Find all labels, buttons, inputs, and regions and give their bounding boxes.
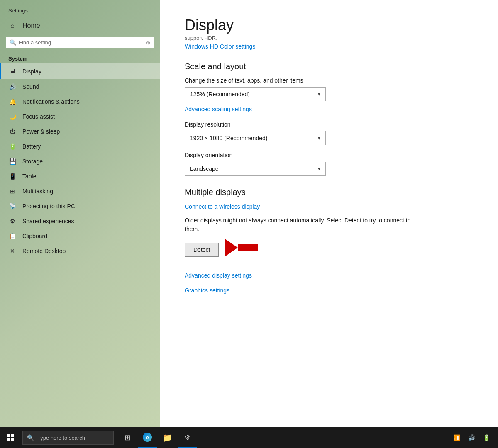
- sidebar-item-sound-label: Sound: [22, 83, 39, 90]
- sidebar-item-clipboard-label: Clipboard: [22, 233, 47, 239]
- home-icon: ⌂: [8, 22, 17, 29]
- sidebar-item-multitasking-label: Multitasking: [22, 188, 53, 195]
- tablet-icon: 📱: [8, 173, 17, 180]
- orientation-chevron-icon: ▾: [318, 166, 320, 172]
- system-label: System: [0, 53, 160, 63]
- page-title: Display: [185, 17, 473, 34]
- main-content: Display support HDR. Windows HD Color se…: [160, 0, 498, 427]
- detect-area: Detect: [185, 239, 473, 257]
- sidebar-item-shared[interactable]: ⚙ Shared experiences: [0, 214, 160, 229]
- resolution-value: 1920 × 1080 (Recommended): [190, 135, 267, 141]
- arrow-shape: [225, 239, 258, 257]
- sidebar-item-power-label: Power & sleep: [22, 128, 60, 135]
- task-view-button[interactable]: ⊞: [118, 427, 137, 448]
- scale-chevron-icon: ▾: [318, 91, 320, 97]
- scale-label: Change the size of text, apps, and other…: [185, 77, 473, 84]
- sidebar-item-storage-label: Storage: [22, 158, 43, 165]
- sidebar-item-focus[interactable]: 🌙 Focus assist: [0, 109, 160, 124]
- sidebar-item-remote-label: Remote Desktop: [22, 248, 66, 254]
- battery-icon: 🔋: [8, 143, 17, 150]
- volume-tray-icon[interactable]: 🔊: [464, 427, 479, 448]
- volume-icon: 🔊: [468, 434, 475, 441]
- search-submit-icon: ⊕: [146, 40, 150, 46]
- sidebar-item-focus-label: Focus assist: [22, 113, 55, 120]
- start-button[interactable]: [0, 427, 21, 448]
- settings-taskbar-button[interactable]: ⚙: [178, 427, 197, 448]
- search-input[interactable]: [19, 39, 144, 46]
- taskbar-search[interactable]: 🔍 Type here to search: [22, 431, 114, 445]
- sidebar-item-sound[interactable]: 🔊 Sound: [0, 79, 160, 94]
- detect-info: Older displays might not always connect …: [185, 216, 413, 234]
- file-explorer-button[interactable]: 📁: [158, 427, 177, 448]
- sidebar: Settings ⌂ Home 🔍 ⊕ System 🖥 Display 🔊 S…: [0, 0, 160, 427]
- edge-icon: e: [143, 433, 152, 442]
- scale-layout-title: Scale and layout: [185, 62, 473, 71]
- detect-arrow: [223, 239, 258, 257]
- sidebar-item-display[interactable]: 🖥 Display: [0, 63, 160, 79]
- scale-dropdown[interactable]: 125% (Recommended) ▾: [185, 87, 326, 101]
- advanced-display-link[interactable]: Advanced display settings: [185, 272, 252, 279]
- multiple-displays-title: Multiple displays: [185, 187, 473, 197]
- display-icon: 🖥: [8, 68, 17, 75]
- resolution-dropdown[interactable]: 1920 × 1080 (Recommended) ▾: [185, 131, 326, 145]
- sidebar-item-battery[interactable]: 🔋 Battery: [0, 139, 160, 154]
- windows-icon: [7, 434, 14, 441]
- taskbar: 🔍 Type here to search ⊞ e 📁 ⚙ 📶 🔊: [0, 427, 498, 448]
- sidebar-item-notifications[interactable]: 🔔 Notifications & actions: [0, 94, 160, 109]
- task-view-icon: ⊞: [124, 433, 131, 442]
- sidebar-item-notifications-label: Notifications & actions: [22, 98, 80, 105]
- sidebar-item-remote[interactable]: ✕ Remote Desktop: [0, 243, 160, 258]
- sidebar-item-tablet-label: Tablet: [22, 173, 38, 180]
- taskbar-right: 📶 🔊 🔋: [449, 427, 498, 448]
- orientation-value: Landscape: [190, 166, 219, 172]
- folder-icon: 📁: [162, 433, 173, 443]
- remote-icon: ✕: [8, 248, 17, 254]
- search-box[interactable]: 🔍 ⊕: [6, 37, 154, 48]
- battery-tray-icon-symbol: 🔋: [483, 434, 490, 441]
- resolution-chevron-icon: ▾: [318, 135, 320, 141]
- taskbar-search-icon: 🔍: [27, 434, 34, 441]
- home-label: Home: [22, 22, 40, 29]
- graphics-link[interactable]: Graphics settings: [185, 287, 229, 294]
- multitasking-icon: ⊞: [8, 188, 17, 195]
- advanced-scaling-link[interactable]: Advanced scaling settings: [185, 106, 252, 112]
- resolution-label: Display resolution: [185, 121, 473, 128]
- taskbar-search-text: Type here to search: [37, 435, 85, 441]
- settings-title: Settings: [0, 0, 160, 18]
- orientation-label: Display orientation: [185, 152, 473, 158]
- storage-icon: 💾: [8, 158, 17, 165]
- sidebar-item-projecting-label: Projecting to this PC: [22, 203, 75, 209]
- hdr-link[interactable]: Windows HD Color settings: [185, 43, 255, 50]
- battery-tray-icon[interactable]: 🔋: [479, 427, 494, 448]
- wireless-display-link[interactable]: Connect to a wireless display: [185, 203, 260, 210]
- edge-button[interactable]: e: [138, 427, 157, 448]
- wifi-icon: 📶: [453, 434, 460, 441]
- taskbar-icons: ⊞ e 📁 ⚙: [118, 427, 197, 448]
- sidebar-item-tablet[interactable]: 📱 Tablet: [0, 169, 160, 184]
- sidebar-item-shared-label: Shared experiences: [22, 218, 74, 224]
- shared-icon: ⚙: [8, 218, 17, 224]
- scale-value: 125% (Recommended): [190, 91, 250, 97]
- projecting-icon: 📡: [8, 203, 17, 209]
- focus-icon: 🌙: [8, 113, 17, 120]
- sidebar-item-projecting[interactable]: 📡 Projecting to this PC: [0, 199, 160, 214]
- power-icon: ⏻: [8, 128, 17, 135]
- settings-taskbar-icon: ⚙: [184, 433, 190, 441]
- hdr-note: support HDR.: [185, 35, 473, 41]
- tray-icon[interactable]: 📶: [449, 427, 464, 448]
- clipboard-icon: 📋: [8, 233, 17, 239]
- sidebar-item-battery-label: Battery: [22, 143, 41, 150]
- sidebar-item-clipboard[interactable]: 📋 Clipboard: [0, 229, 160, 243]
- notifications-icon: 🔔: [8, 98, 17, 105]
- orientation-dropdown[interactable]: Landscape ▾: [185, 162, 326, 176]
- sidebar-item-display-label: Display: [22, 68, 42, 75]
- sound-icon: 🔊: [8, 83, 17, 90]
- sidebar-item-power[interactable]: ⏻ Power & sleep: [0, 124, 160, 139]
- search-icon: 🔍: [10, 39, 16, 46]
- detect-button[interactable]: Detect: [185, 243, 219, 257]
- sidebar-item-storage[interactable]: 💾 Storage: [0, 154, 160, 169]
- sidebar-item-home[interactable]: ⌂ Home: [0, 18, 160, 34]
- sidebar-item-multitasking[interactable]: ⊞ Multitasking: [0, 184, 160, 199]
